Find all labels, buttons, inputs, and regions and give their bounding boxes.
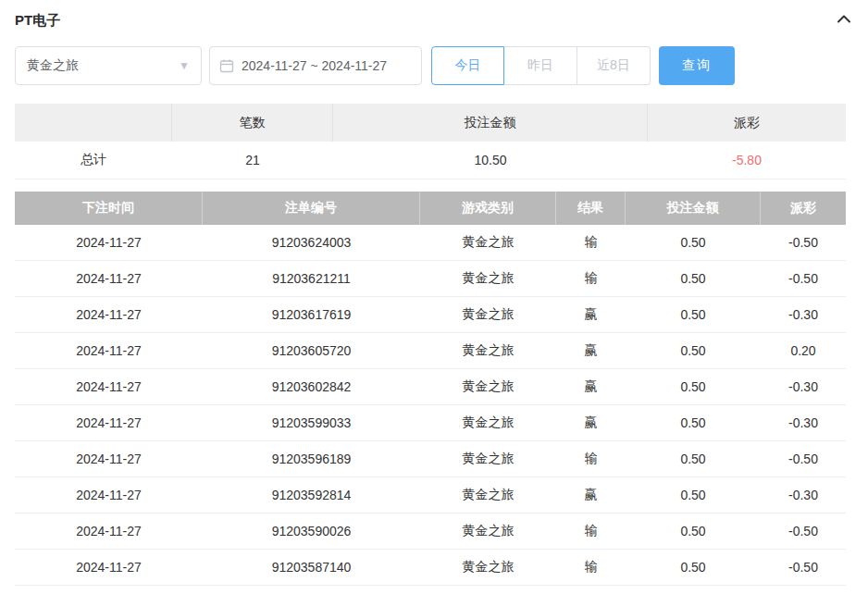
cell-result: 输 <box>556 550 626 585</box>
filter-bar: 黄金之旅 ▼ 2024-11-27 ~ 2024-11-27 今日 昨日 近8日… <box>15 46 853 85</box>
cell-bet: 0.50 <box>626 405 761 440</box>
cell-time: 2024-11-27 <box>15 586 203 594</box>
header-bet: 投注金额 <box>626 192 761 225</box>
cell-payout: 0.20 <box>761 333 846 368</box>
bet-table: 下注时间 注单编号 游戏类别 结果 投注金额 派彩 2024-11-279120… <box>15 192 846 594</box>
cell-time: 2024-11-27 <box>15 405 203 440</box>
header-order-id: 注单编号 <box>203 192 420 225</box>
yesterday-button[interactable]: 昨日 <box>504 46 577 85</box>
table-row: 2024-11-2791203602842黄金之旅赢0.50-0.30 <box>15 369 846 405</box>
table-row: 2024-11-2791203584236黄金之旅输0.50-0.50 <box>15 586 846 594</box>
cell-time: 2024-11-27 <box>15 477 203 513</box>
cell-payout: -0.50 <box>761 586 846 594</box>
cell-order-id: 91203584236 <box>203 586 420 594</box>
cell-order-id: 91203621211 <box>203 261 420 296</box>
table-row: 2024-11-2791203592814黄金之旅赢0.50-0.30 <box>15 477 846 514</box>
cell-bet: 0.50 <box>626 441 761 476</box>
cell-time: 2024-11-27 <box>15 225 203 260</box>
cell-game: 黄金之旅 <box>420 441 556 476</box>
cell-order-id: 91203590026 <box>203 514 420 549</box>
table-row: 2024-11-2791203617619黄金之旅赢0.50-0.30 <box>15 297 846 333</box>
cell-game: 黄金之旅 <box>420 369 556 404</box>
cell-order-id: 91203596189 <box>203 441 420 476</box>
cell-result: 赢 <box>556 297 626 332</box>
cell-payout: -0.50 <box>761 550 846 585</box>
header-game: 游戏类别 <box>420 192 556 225</box>
cell-bet: 0.50 <box>626 261 761 296</box>
today-button[interactable]: 今日 <box>431 46 504 85</box>
summary-header-blank <box>15 104 172 142</box>
cell-order-id: 91203592814 <box>203 477 420 513</box>
cell-payout: -0.50 <box>761 261 846 296</box>
summary-header-row: 笔数 投注金额 派彩 <box>15 104 846 142</box>
cell-result: 赢 <box>556 369 626 404</box>
cell-bet: 0.50 <box>626 514 761 549</box>
cell-game: 黄金之旅 <box>420 550 556 585</box>
cell-game: 黄金之旅 <box>420 297 556 332</box>
date-range-input[interactable]: 2024-11-27 ~ 2024-11-27 <box>209 46 422 85</box>
cell-time: 2024-11-27 <box>15 297 203 332</box>
cell-bet: 0.50 <box>626 225 761 260</box>
cell-result: 输 <box>556 586 626 594</box>
cell-result: 赢 <box>556 333 626 368</box>
cell-bet: 0.50 <box>626 550 761 585</box>
last8days-button[interactable]: 近8日 <box>577 46 651 85</box>
cell-order-id: 91203602842 <box>203 369 420 404</box>
cell-result: 输 <box>556 514 626 549</box>
cell-result: 赢 <box>556 405 626 440</box>
cell-bet: 0.50 <box>626 369 761 404</box>
cell-result: 输 <box>556 441 626 476</box>
cell-order-id: 91203617619 <box>203 297 420 332</box>
collapse-panel-button[interactable] <box>835 11 853 30</box>
pt-games-panel: PT电子 黄金之旅 ▼ 2024-11-27 ~ 2024-11-27 今日 昨… <box>0 0 868 594</box>
cell-game: 黄金之旅 <box>420 261 556 296</box>
summary-total-bet: 10.50 <box>333 142 648 179</box>
table-row: 2024-11-2791203605720黄金之旅赢0.500.20 <box>15 333 846 369</box>
cell-payout: -0.30 <box>761 477 846 513</box>
summary-total-payout: -5.80 <box>648 142 846 179</box>
cell-game: 黄金之旅 <box>420 225 556 260</box>
cell-time: 2024-11-27 <box>15 369 203 404</box>
summary-total-count: 21 <box>172 142 333 179</box>
chevron-up-icon <box>837 12 851 30</box>
header-payout: 派彩 <box>761 192 846 225</box>
cell-bet: 0.50 <box>626 333 761 368</box>
cell-game: 黄金之旅 <box>420 586 556 594</box>
calendar-icon <box>219 58 234 73</box>
cell-order-id: 91203587140 <box>203 550 420 585</box>
cell-payout: -0.50 <box>761 225 846 260</box>
header-result: 结果 <box>556 192 626 225</box>
cell-bet: 0.50 <box>626 586 761 594</box>
summary-header-count: 笔数 <box>172 104 333 142</box>
quick-range-group: 今日 昨日 近8日 <box>431 46 651 85</box>
summary-table: 笔数 投注金额 派彩 总计 21 10.50 -5.80 <box>15 104 846 179</box>
cell-order-id: 91203599033 <box>203 405 420 440</box>
bet-table-body: 2024-11-2791203624003黄金之旅输0.50-0.502024-… <box>15 225 846 594</box>
cell-time: 2024-11-27 <box>15 441 203 476</box>
cell-game: 黄金之旅 <box>420 514 556 549</box>
cell-game: 黄金之旅 <box>420 477 556 513</box>
cell-time: 2024-11-27 <box>15 550 203 585</box>
table-row: 2024-11-2791203587140黄金之旅输0.50-0.50 <box>15 550 846 586</box>
game-select[interactable]: 黄金之旅 ▼ <box>15 46 202 85</box>
cell-payout: -0.50 <box>761 514 846 549</box>
panel-header: PT电子 <box>15 0 853 41</box>
cell-payout: -0.30 <box>761 297 846 332</box>
cell-order-id: 91203624003 <box>203 225 420 260</box>
cell-bet: 0.50 <box>626 297 761 332</box>
cell-payout: -0.50 <box>761 441 846 476</box>
table-row: 2024-11-2791203596189黄金之旅输0.50-0.50 <box>15 441 846 477</box>
cell-result: 输 <box>556 225 626 260</box>
cell-payout: -0.30 <box>761 369 846 404</box>
table-row: 2024-11-2791203599033黄金之旅赢0.50-0.30 <box>15 405 846 441</box>
header-time: 下注时间 <box>15 192 203 225</box>
search-button[interactable]: 查询 <box>659 46 735 85</box>
page-title: PT电子 <box>15 12 60 30</box>
date-range-value: 2024-11-27 ~ 2024-11-27 <box>242 58 387 73</box>
cell-game: 黄金之旅 <box>420 405 556 440</box>
summary-total-label: 总计 <box>15 142 172 179</box>
cell-time: 2024-11-27 <box>15 333 203 368</box>
bet-table-header: 下注时间 注单编号 游戏类别 结果 投注金额 派彩 <box>15 192 846 225</box>
cell-order-id: 91203605720 <box>203 333 420 368</box>
cell-result: 赢 <box>556 477 626 513</box>
